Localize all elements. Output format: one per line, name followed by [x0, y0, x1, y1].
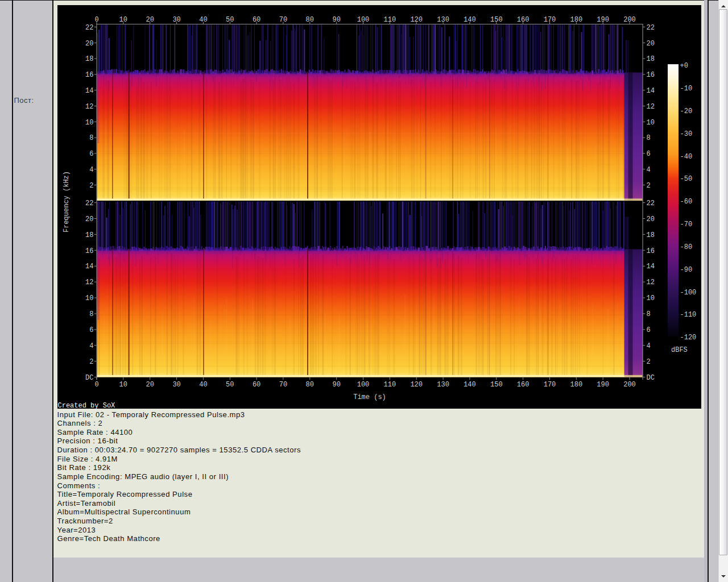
svg-text:200: 200: [623, 381, 636, 389]
svg-text:150: 150: [490, 16, 503, 24]
svg-text:+0: +0: [680, 62, 688, 70]
svg-text:16: 16: [85, 71, 93, 79]
svg-text:10: 10: [119, 381, 127, 389]
svg-text:12: 12: [647, 103, 655, 111]
svg-text:70: 70: [279, 16, 287, 24]
svg-text:-100: -100: [680, 289, 697, 297]
svg-text:70: 70: [279, 381, 287, 389]
svg-text:140: 140: [464, 381, 476, 389]
svg-text:-120: -120: [680, 334, 697, 342]
svg-text:20: 20: [85, 215, 93, 223]
svg-text:6: 6: [89, 326, 93, 334]
svg-text:DC: DC: [647, 374, 655, 382]
svg-text:0: 0: [94, 16, 98, 24]
svg-text:-40: -40: [680, 153, 693, 161]
svg-text:14: 14: [647, 263, 655, 271]
svg-text:18: 18: [647, 55, 655, 63]
svg-text:20: 20: [85, 40, 93, 48]
svg-text:80: 80: [306, 381, 314, 389]
svg-text:4: 4: [647, 342, 651, 350]
svg-text:120: 120: [410, 16, 423, 24]
svg-text:6: 6: [647, 326, 651, 334]
svg-text:16: 16: [85, 247, 93, 255]
svg-text:4: 4: [89, 166, 93, 174]
svg-text:4: 4: [89, 342, 93, 350]
svg-text:-10: -10: [680, 85, 693, 93]
svg-text:22: 22: [85, 24, 93, 32]
svg-text:200: 200: [623, 16, 636, 24]
svg-text:22: 22: [647, 24, 655, 32]
svg-text:12: 12: [85, 103, 93, 111]
svg-text:18: 18: [647, 231, 655, 239]
svg-text:2: 2: [647, 358, 651, 366]
svg-text:190: 190: [597, 381, 609, 389]
svg-text:Frequency (kHz): Frequency (kHz): [63, 171, 71, 232]
svg-text:10: 10: [647, 294, 655, 302]
svg-text:170: 170: [544, 16, 556, 24]
svg-text:10: 10: [85, 119, 93, 127]
svg-text:18: 18: [85, 231, 93, 239]
svg-text:180: 180: [570, 381, 582, 389]
svg-text:14: 14: [647, 87, 655, 95]
svg-text:100: 100: [357, 16, 370, 24]
svg-text:-90: -90: [680, 266, 693, 274]
svg-text:140: 140: [464, 16, 476, 24]
svg-text:18: 18: [85, 55, 93, 63]
svg-text:8: 8: [89, 134, 93, 142]
svg-text:16: 16: [647, 247, 655, 255]
svg-text:-60: -60: [680, 198, 693, 206]
svg-text:14: 14: [85, 87, 93, 95]
svg-text:170: 170: [544, 381, 556, 389]
svg-text:2: 2: [89, 182, 93, 190]
svg-text:4: 4: [647, 166, 651, 174]
svg-text:2: 2: [89, 358, 93, 366]
svg-text:20: 20: [146, 16, 154, 24]
svg-text:8: 8: [647, 310, 651, 318]
svg-text:22: 22: [647, 199, 655, 207]
svg-text:90: 90: [332, 16, 340, 24]
svg-text:dBFS: dBFS: [671, 346, 688, 354]
svg-text:-50: -50: [680, 175, 693, 183]
svg-text:10: 10: [647, 119, 655, 127]
svg-text:130: 130: [437, 16, 449, 24]
svg-text:30: 30: [172, 381, 180, 389]
svg-text:Time (s): Time (s): [353, 393, 386, 401]
svg-text:-20: -20: [680, 107, 693, 115]
svg-text:20: 20: [647, 215, 655, 223]
svg-text:6: 6: [89, 150, 93, 158]
svg-text:10: 10: [119, 16, 127, 24]
svg-text:40: 40: [199, 16, 207, 24]
svg-text:0: 0: [94, 381, 98, 389]
svg-text:2: 2: [647, 182, 651, 190]
svg-text:8: 8: [89, 310, 93, 318]
svg-text:150: 150: [490, 381, 503, 389]
svg-text:30: 30: [172, 16, 180, 24]
svg-text:16: 16: [647, 71, 655, 79]
svg-text:100: 100: [357, 381, 370, 389]
svg-text:Created by SoX: Created by SoX: [58, 402, 115, 409]
svg-text:22: 22: [85, 199, 93, 207]
svg-text:40: 40: [199, 381, 207, 389]
svg-text:12: 12: [647, 278, 655, 286]
svg-text:10: 10: [85, 294, 93, 302]
svg-text:DC: DC: [85, 374, 93, 382]
svg-text:-80: -80: [680, 243, 693, 251]
svg-text:-70: -70: [680, 221, 693, 228]
svg-text:120: 120: [410, 381, 423, 389]
svg-text:-110: -110: [680, 311, 697, 319]
svg-text:180: 180: [570, 16, 582, 24]
svg-text:160: 160: [517, 381, 530, 389]
svg-text:6: 6: [647, 150, 651, 158]
svg-text:110: 110: [384, 381, 396, 389]
svg-text:50: 50: [226, 381, 234, 389]
svg-text:190: 190: [597, 16, 609, 24]
svg-text:14: 14: [85, 263, 93, 271]
svg-text:20: 20: [146, 381, 154, 389]
svg-text:90: 90: [332, 381, 340, 389]
svg-text:8: 8: [647, 134, 651, 142]
svg-text:110: 110: [384, 16, 396, 24]
svg-text:130: 130: [437, 381, 449, 389]
svg-text:50: 50: [226, 16, 234, 24]
svg-text:60: 60: [253, 381, 260, 389]
svg-text:20: 20: [647, 40, 655, 48]
